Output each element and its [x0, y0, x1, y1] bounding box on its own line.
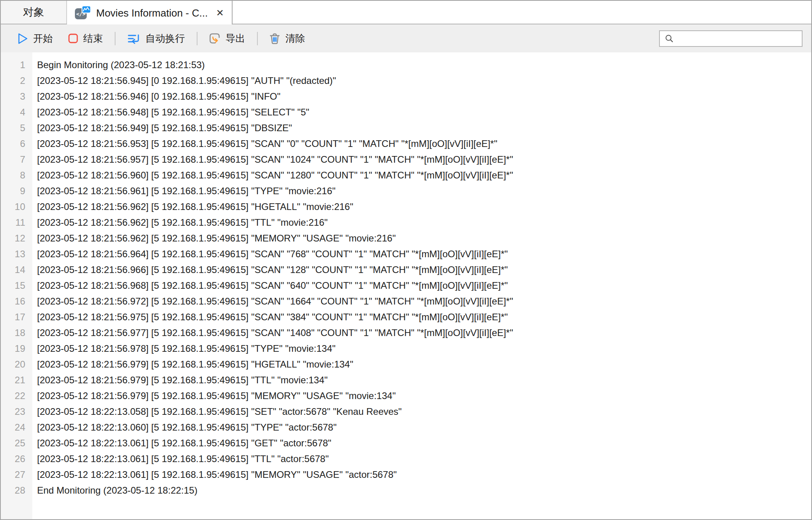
log-text: [2023-05-12 18:21:56.968] [5 192.168.1.9…: [32, 280, 508, 291]
log-text: [2023-05-12 18:21:56.966] [5 192.168.1.9…: [32, 264, 508, 275]
line-number: 10: [1, 201, 32, 212]
log-text: [2023-05-12 18:21:56.961] [5 192.168.1.9…: [32, 186, 335, 197]
log-line: 19[2023-05-12 18:21:56.978] [5 192.168.1…: [1, 341, 811, 357]
export-icon: [209, 32, 221, 45]
log-text: [2023-05-12 18:21:56.972] [5 192.168.1.9…: [32, 296, 513, 307]
log-line: 18[2023-05-12 18:21:56.977] [5 192.168.1…: [1, 325, 811, 341]
toolbar-separator: [115, 32, 115, 45]
log-line: 11[2023-05-12 18:21:56.962] [5 192.168.1…: [1, 215, 811, 230]
log-line: 3[2023-05-12 18:21:56.946] [0 192.168.1.…: [1, 89, 811, 104]
stop-icon: [68, 33, 78, 44]
toolbar-separator: [257, 32, 258, 45]
log-text: [2023-05-12 18:22:13.061] [5 192.168.1.9…: [32, 453, 329, 464]
log-text: Begin Monitoring (2023-05-12 18:21:53): [32, 59, 205, 71]
line-number: 24: [1, 422, 32, 433]
search-input[interactable]: [678, 33, 798, 44]
log-line: 4[2023-05-12 18:21:56.948] [5 192.168.1.…: [1, 104, 811, 120]
line-number: 11: [1, 217, 32, 228]
line-number: 8: [1, 170, 32, 181]
word-wrap-label: 自动换行: [145, 32, 185, 45]
log-text: [2023-05-12 18:21:56.962] [5 192.168.1.9…: [32, 217, 328, 228]
log-line: 25[2023-05-12 18:22:13.061] [5 192.168.1…: [1, 435, 811, 451]
log-text: [2023-05-12 18:21:56.962] [5 192.168.1.9…: [32, 233, 396, 244]
line-number: 4: [1, 107, 32, 118]
log-line: 24[2023-05-12 18:22:13.060] [5 192.168.1…: [1, 420, 811, 435]
log-line: 1Begin Monitoring (2023-05-12 18:21:53): [1, 57, 811, 73]
log-text: [2023-05-12 18:22:13.061] [5 192.168.1.9…: [32, 469, 397, 480]
log-line: 8[2023-05-12 18:21:56.960] [5 192.168.1.…: [1, 167, 811, 183]
log-line: 23[2023-05-12 18:22:13.058] [5 192.168.1…: [1, 404, 811, 420]
log-line: 21[2023-05-12 18:21:56.979] [5 192.168.1…: [1, 372, 811, 388]
log-line: 28End Monitoring (2023-05-12 18:22:15): [1, 483, 811, 498]
stop-button[interactable]: 结束: [68, 32, 103, 45]
log-line: 6[2023-05-12 18:21:56.953] [5 192.168.1.…: [1, 136, 811, 152]
line-number: 6: [1, 138, 32, 149]
clear-button[interactable]: 清除: [269, 32, 305, 45]
log-line: 15[2023-05-12 18:21:56.968] [5 192.168.1…: [1, 278, 811, 293]
line-number: 13: [1, 249, 32, 260]
log-line: 16[2023-05-12 18:21:56.972] [5 192.168.1…: [1, 293, 811, 309]
log-text: End Monitoring (2023-05-12 18:22:15): [32, 485, 197, 496]
log-text: [2023-05-12 18:21:56.945] [0 192.168.1.9…: [32, 75, 336, 86]
log-text: [2023-05-12 18:21:56.946] [0 192.168.1.9…: [32, 91, 281, 102]
log-text: [2023-05-12 18:21:56.949] [5 192.168.1.9…: [32, 123, 292, 134]
log-line: 13[2023-05-12 18:21:56.964] [5 192.168.1…: [1, 246, 811, 262]
line-number: 12: [1, 233, 32, 244]
line-number: 23: [1, 406, 32, 417]
start-label: 开始: [33, 32, 53, 45]
start-button[interactable]: 开始: [17, 32, 53, 45]
line-number: 3: [1, 91, 32, 102]
line-number: 25: [1, 438, 32, 449]
tab-objects[interactable]: 对象: [1, 1, 67, 24]
log-text: [2023-05-12 18:21:56.979] [5 192.168.1.9…: [32, 375, 328, 386]
log-line: 2[2023-05-12 18:21:56.945] [0 192.168.1.…: [1, 73, 811, 89]
log-line: 9[2023-05-12 18:21:56.961] [5 192.168.1.…: [1, 183, 811, 199]
log-text: [2023-05-12 18:21:56.975] [5 192.168.1.9…: [32, 312, 508, 323]
log-text: [2023-05-12 18:21:56.957] [5 192.168.1.9…: [32, 154, 513, 165]
log-text: [2023-05-12 18:21:56.964] [5 192.168.1.9…: [32, 249, 508, 260]
line-number: 27: [1, 469, 32, 480]
export-label: 导出: [225, 32, 245, 45]
log-text: [2023-05-12 18:22:13.058] [5 192.168.1.9…: [32, 406, 402, 417]
clear-label: 清除: [285, 32, 305, 45]
log-text: [2023-05-12 18:21:56.962] [5 192.168.1.9…: [32, 201, 353, 212]
log-line: 12[2023-05-12 18:21:56.962] [5 192.168.1…: [1, 230, 811, 246]
log-text: [2023-05-12 18:21:56.978] [5 192.168.1.9…: [32, 343, 335, 354]
log-text: [2023-05-12 18:21:56.953] [5 192.168.1.9…: [32, 138, 497, 149]
close-icon[interactable]: ✕: [216, 8, 224, 18]
tab-monitor[interactable]: </> Movies Information - C... ✕: [67, 1, 233, 25]
word-wrap-icon: [127, 32, 141, 45]
word-wrap-button[interactable]: 自动换行: [127, 32, 185, 45]
log-text: [2023-05-12 18:21:56.979] [5 192.168.1.9…: [32, 390, 396, 401]
log-text: [2023-05-12 18:21:56.960] [5 192.168.1.9…: [32, 170, 513, 181]
log-line: 7[2023-05-12 18:21:56.957] [5 192.168.1.…: [1, 152, 811, 167]
line-number: 17: [1, 312, 32, 323]
tab-objects-label: 对象: [23, 5, 44, 19]
search-box[interactable]: [659, 30, 803, 47]
toolbar: 开始 结束 自动换行: [1, 24, 811, 52]
line-number: 26: [1, 453, 32, 464]
tab-bar: 对象 </> Movies Information - C... ✕: [1, 1, 811, 24]
app-window: 对象 </> Movies Information - C... ✕: [0, 0, 812, 520]
log-line: 10[2023-05-12 18:21:56.962] [5 192.168.1…: [1, 199, 811, 215]
log-text: [2023-05-12 18:21:56.979] [5 192.168.1.9…: [32, 359, 353, 370]
log-text: [2023-05-12 18:22:13.060] [5 192.168.1.9…: [32, 422, 337, 433]
line-number: 2: [1, 75, 32, 86]
line-number: 7: [1, 154, 32, 165]
toolbar-separator: [197, 32, 197, 45]
line-number: 28: [1, 485, 32, 496]
line-number: 1: [1, 59, 32, 71]
line-number: 18: [1, 327, 32, 338]
log-line: 17[2023-05-12 18:21:56.975] [5 192.168.1…: [1, 309, 811, 325]
log-text: [2023-05-12 18:22:13.061] [5 192.168.1.9…: [32, 438, 332, 449]
line-number: 16: [1, 296, 32, 307]
stop-label: 结束: [83, 32, 103, 45]
line-number: 21: [1, 375, 32, 386]
tab-bar-empty-space: [233, 1, 811, 24]
log-line: 27[2023-05-12 18:22:13.061] [5 192.168.1…: [1, 467, 811, 483]
line-number: 22: [1, 390, 32, 401]
line-number: 5: [1, 123, 32, 134]
export-button[interactable]: 导出: [209, 32, 245, 45]
log-line: 20[2023-05-12 18:21:56.979] [5 192.168.1…: [1, 357, 811, 372]
line-number: 9: [1, 186, 32, 197]
